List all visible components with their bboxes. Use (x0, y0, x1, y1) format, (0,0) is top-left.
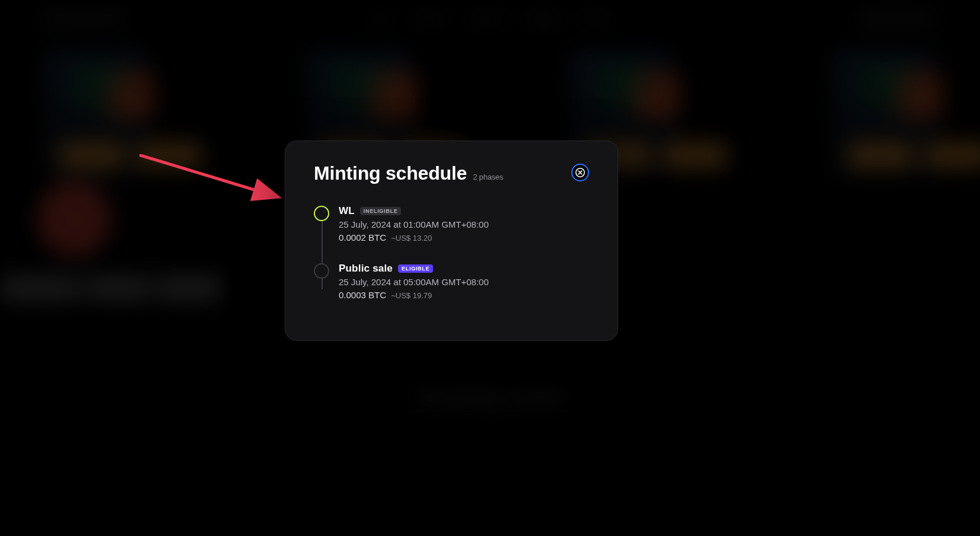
phase-price: 0.0003 BTC ~US$ 19.79 (339, 290, 589, 300)
price-crypto: 0.0002 BTC (339, 232, 386, 243)
close-button[interactable] (571, 164, 589, 181)
phase-name: Public sale (339, 263, 393, 275)
modal-title-text: Minting schedule (314, 164, 467, 183)
phase-timeline: WL INELIGIBLE 25 July, 2024 at 01:00AM G… (314, 205, 589, 300)
phase-name: WL (339, 205, 355, 217)
eligibility-badge: INELIGIBLE (360, 207, 402, 215)
phase-item: Public sale ELIGIBLE 25 July, 2024 at 05… (314, 263, 589, 300)
price-usd: ~US$ 13.20 (391, 234, 432, 243)
phase-dot-icon (314, 263, 329, 279)
close-icon (575, 168, 585, 177)
phase-item: WL INELIGIBLE 25 July, 2024 at 01:00AM G… (314, 205, 589, 243)
phase-date: 25 July, 2024 at 01:00AM GMT+08:00 (339, 219, 589, 229)
phase-price: 0.0002 BTC ~US$ 13.20 (339, 232, 589, 243)
minting-schedule-modal: Minting schedule 2 phases WL INELIGIBLE … (285, 141, 618, 341)
eligibility-badge: ELIGIBLE (398, 264, 433, 273)
phase-dot-icon (314, 206, 329, 221)
phase-date: 25 July, 2024 at 05:00AM GMT+08:00 (339, 277, 589, 287)
price-usd: ~US$ 19.79 (391, 291, 432, 300)
price-crypto: 0.0003 BTC (339, 290, 386, 300)
modal-subtitle: 2 phases (473, 173, 503, 181)
modal-title: Minting schedule 2 phases (314, 164, 503, 183)
